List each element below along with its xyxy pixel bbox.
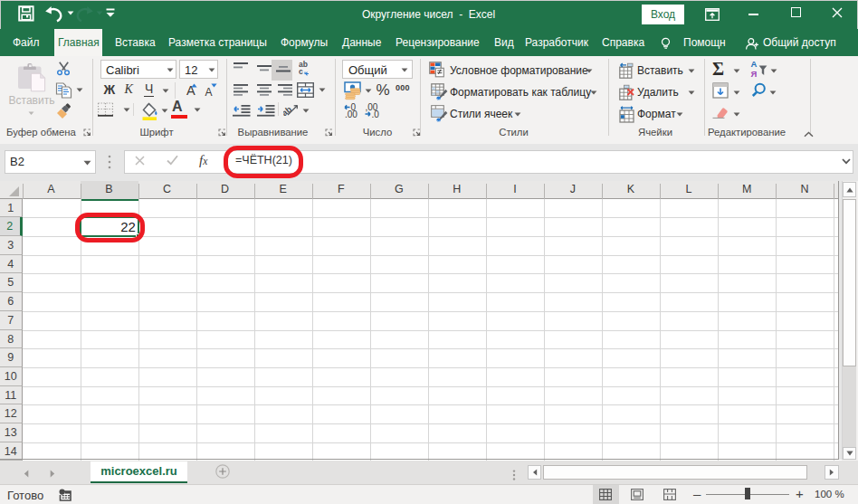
svg-text:c: c: [299, 67, 303, 76]
svg-text:,00: ,00: [345, 109, 358, 119]
svg-text:,0: ,0: [372, 109, 380, 119]
